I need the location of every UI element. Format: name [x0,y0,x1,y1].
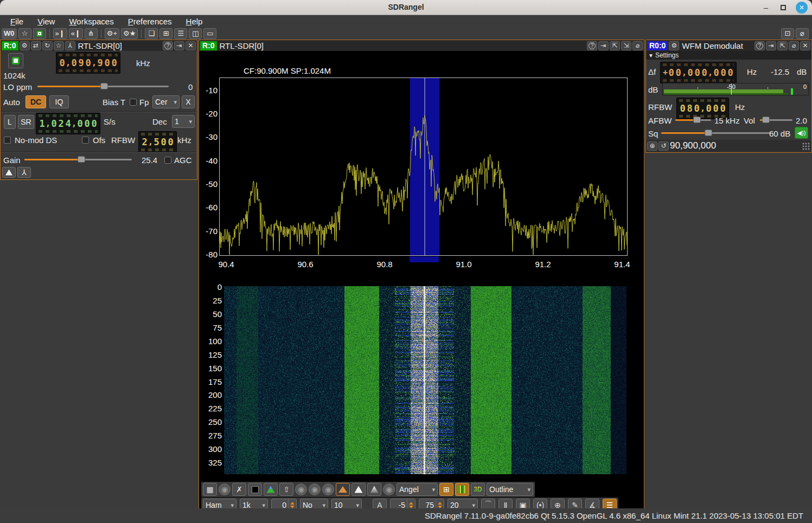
dial-digit[interactable]: 2 [141,137,148,147]
dial-digit[interactable]: 8 [686,103,693,114]
spectrum-toggle-button[interactable] [2,167,16,178]
dial-digit[interactable]: 0 [104,57,111,68]
waterfall-canvas[interactable] [224,286,626,474]
spectrum-help-button[interactable]: ? [587,41,597,50]
dial-digit[interactable]: 5 [153,137,160,147]
dial-digit[interactable]: , [66,58,71,68]
dial-digit[interactable]: 0 [679,103,686,114]
add-mimo-device-button[interactable]: ⋔ [85,28,98,39]
spectrum-shrink-button[interactable]: ⇱ [610,41,620,50]
tile-windows-button[interactable]: ⊞ [159,28,172,39]
dial-digit[interactable]: 0 [85,57,92,68]
device-help-button[interactable]: ? [163,41,173,50]
style-select[interactable]: Outline▾ [487,483,533,496]
channel-close-button[interactable]: ✕ [800,41,810,50]
x-button[interactable]: X [182,95,195,108]
add-tx-device-button[interactable]: «❙ [69,28,83,39]
slider-handle[interactable] [762,117,770,123]
hide-windows-button[interactable]: ⌀ [796,28,809,39]
menu-workspaces[interactable]: Workspaces [63,17,119,26]
slider-handle[interactable] [705,130,712,136]
filter-select[interactable]: Cer▾ [152,95,180,108]
stack-windows-button[interactable]: ☰ [174,28,187,39]
dial-digit[interactable]: 0 [705,103,712,114]
dial-digit[interactable]: 0 [687,67,694,78]
dial-digit[interactable]: , [72,119,76,128]
minimize-button[interactable]: – [760,2,772,13]
sample-rate-dial[interactable]: 1,024,000 [36,113,100,134]
add-rx-device-button[interactable]: »❙ [53,28,67,39]
grid-intensity-dial[interactable]: ◉ [219,483,231,495]
spectrum-canvas[interactable] [220,78,627,255]
window-titlebar[interactable]: SDRangel – ✕ [0,0,812,15]
menu-preferences[interactable]: Preferences [122,17,178,26]
channel-help-button[interactable]: ? [755,41,765,50]
start-stop-button[interactable] [8,53,23,68]
spectrum-maximize-button[interactable]: ⇲ [621,41,631,50]
dial-digit[interactable]: , [682,68,687,78]
three-d-button[interactable]: 3D [471,483,485,496]
dial-digit[interactable]: 0 [167,137,174,147]
dial-digit[interactable]: 0 [713,67,720,78]
menu-help[interactable]: Help [180,17,209,26]
settings-collapse-bar[interactable]: ▼ Settings [646,51,811,60]
device-presets-button[interactable]: ☆ [54,41,64,50]
center-frequency-dial[interactable]: 0,090,900 [56,52,120,74]
dial-digit[interactable]: 0 [59,57,66,68]
lock-button[interactable]: L [4,115,16,129]
rfbw-dial[interactable]: 2,500 [138,131,177,153]
tabbed-windows-button[interactable]: ◫ [189,28,202,39]
max-up-button[interactable]: ⇧ [279,483,293,496]
dial-digit[interactable]: , [46,119,50,128]
max-hold-trace-button[interactable] [351,483,366,496]
slider-handle[interactable] [100,83,108,89]
dial-digit[interactable]: 0 [160,137,167,147]
waterfall-toggle-button[interactable]: ⊞ [439,483,453,496]
gain-slider[interactable] [24,156,132,163]
colormap-select[interactable]: Angel▾ [397,483,438,496]
workspace-label-button[interactable]: W0 [2,28,17,39]
menu-view[interactable]: View [31,17,61,26]
dial-digit[interactable]: 0 [84,118,91,129]
sr-source-button[interactable]: SR [18,115,34,129]
decay-dial[interactable]: ◉ [295,483,307,495]
device-reload-button[interactable]: ↻ [42,41,53,50]
device-pipeline-button[interactable]: ⅄ [65,41,75,50]
device-close-button[interactable]: ✕ [186,41,196,50]
dial-digit[interactable]: , [700,104,705,113]
device-settings-button[interactable]: ⚙ [20,41,30,50]
maximize-button[interactable] [777,2,789,13]
channel-move-button[interactable]: ⇥ [766,41,776,50]
decay-divisor-dial[interactable]: ◉ [309,483,321,495]
spectrum-window-titlebar[interactable]: R:0 RTL-SDR[0] ? ⇥ ⇱ ⇲ ⌀ [199,40,644,51]
dial-digit[interactable]: 0 [675,67,682,78]
dial-digit[interactable]: 0 [712,103,719,114]
spectrum-plot-frame[interactable] [219,78,628,256]
menu-file[interactable]: File [4,17,29,26]
squelch-slider[interactable] [661,129,771,137]
spectrum-move-button[interactable]: ⇥ [598,41,609,50]
sync-frequency-button[interactable]: ↺ [658,141,669,151]
dc-correction-button[interactable]: DC [25,95,46,108]
channel-marker-tab[interactable] [410,256,439,262]
close-window-button[interactable]: ✕ [796,2,808,14]
dial-digit[interactable]: + [663,68,668,78]
volume-slider[interactable] [760,116,792,124]
dial-digit[interactable]: 0 [701,67,708,78]
device-window-titlebar[interactable]: R:0 ⚙ ⇄ ↻ ☆ ⅄ RTL-SDR[0] ? ⇥ ✕ [1,40,197,51]
dial-digit[interactable]: 0 [50,118,57,129]
channel-marker-button[interactable]: ⊕ [647,141,657,151]
restore-windows-button[interactable]: ⊡ [781,28,794,39]
background-color-button[interactable] [248,483,262,496]
audio-mute-button[interactable]: ◀)) [795,127,808,139]
workspace-indicator-button[interactable] [33,28,46,39]
average-trace-button[interactable] [367,483,381,496]
spectrum-hide-button[interactable]: ⌀ [632,41,643,50]
trace-intensity-dial[interactable]: ◉ [383,483,395,495]
current-trace-button[interactable] [336,483,350,496]
afbw-slider[interactable] [675,116,711,124]
agc-checkbox[interactable] [164,157,171,164]
dial-digit[interactable]: 0 [91,118,98,129]
resize-grip[interactable] [802,143,810,151]
wfm-window-titlebar[interactable]: R0:0 ⚙ WFM Demodulat ? ⇥ ⇱ ⌀ ✕ [646,40,811,51]
